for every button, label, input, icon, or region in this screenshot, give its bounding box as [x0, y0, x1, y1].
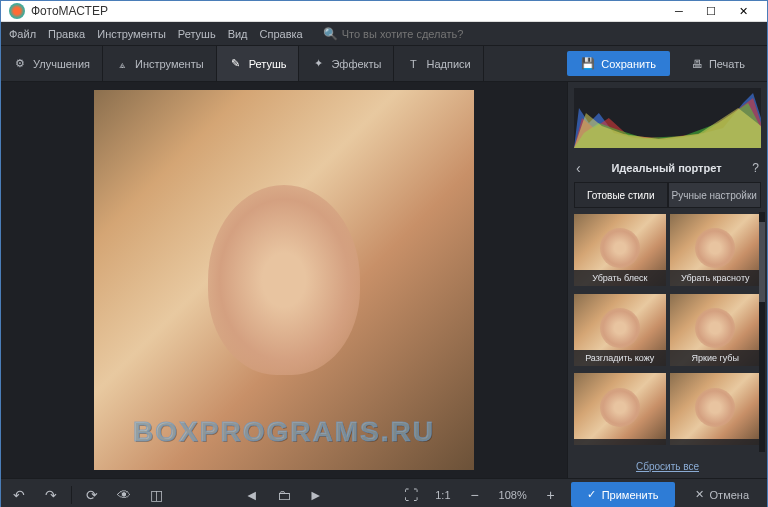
menu-retouch[interactable]: Ретушь — [178, 28, 216, 40]
side-panel: ‹ Идеальный портрет ? Готовые стили Ручн… — [567, 82, 767, 478]
canvas-area[interactable]: BOXPROGRAMS.RU — [1, 82, 567, 478]
menubar: Файл Правка Инструменты Ретушь Вид Справ… — [1, 22, 767, 46]
tab-enhance[interactable]: ⚙Улучшения — [1, 46, 103, 81]
menu-file[interactable]: Файл — [9, 28, 36, 40]
menu-edit[interactable]: Правка — [48, 28, 85, 40]
text-icon: T — [406, 57, 420, 71]
tab-tools[interactable]: ⟁Инструменты — [103, 46, 217, 81]
histogram — [574, 88, 761, 148]
subtab-manual[interactable]: Ручные настройки — [668, 182, 762, 208]
preset-item-6[interactable] — [670, 373, 762, 445]
prev-button[interactable]: ◄ — [240, 483, 264, 507]
menu-tools[interactable]: Инструменты — [97, 28, 166, 40]
sliders-icon: ⚙ — [13, 57, 27, 71]
app-icon — [9, 3, 25, 19]
brush-icon: ✎ — [229, 57, 243, 71]
window-title: ФотоМАСТЕР — [31, 4, 663, 18]
ratio-label[interactable]: 1:1 — [431, 489, 454, 501]
panel-title: Идеальный портрет — [581, 162, 753, 174]
search-input[interactable] — [342, 28, 482, 40]
scrollbar-thumb[interactable] — [759, 222, 765, 302]
titlebar: ФотоМАСТЕР ─ ☐ ✕ — [1, 1, 767, 22]
preset-bright-lips[interactable]: Яркие губы — [670, 294, 762, 366]
folder-button[interactable]: 🗀 — [272, 483, 296, 507]
print-button[interactable]: 🖶Печать — [678, 52, 759, 76]
tab-text[interactable]: TНадписи — [394, 46, 483, 81]
next-button[interactable]: ► — [304, 483, 328, 507]
zoom-label: 108% — [495, 489, 531, 501]
preset-remove-redness[interactable]: Убрать красноту — [670, 214, 762, 286]
print-icon: 🖶 — [692, 58, 703, 70]
close-button[interactable]: ✕ — [727, 1, 759, 21]
tab-effects[interactable]: ✦Эффекты — [299, 46, 394, 81]
menu-view[interactable]: Вид — [228, 28, 248, 40]
x-icon: ✕ — [695, 488, 704, 501]
check-icon: ✓ — [587, 488, 596, 501]
save-icon: 💾 — [581, 57, 595, 70]
watermark: BOXPROGRAMS.RU — [133, 416, 435, 448]
toolbar: ⚙Улучшения ⟁Инструменты ✎Ретушь ✦Эффекты… — [1, 46, 767, 82]
redo-button[interactable]: ↷ — [39, 483, 63, 507]
split-button[interactable]: ◫ — [144, 483, 168, 507]
fit-button[interactable]: ⛶ — [399, 483, 423, 507]
preset-grid: Убрать блеск Убрать красноту Разгладить … — [568, 208, 767, 455]
minimize-button[interactable]: ─ — [663, 1, 695, 21]
help-button[interactable]: ? — [752, 161, 759, 175]
rotate-button[interactable]: ⟳ — [80, 483, 104, 507]
tab-retouch[interactable]: ✎Ретушь — [217, 46, 300, 81]
maximize-button[interactable]: ☐ — [695, 1, 727, 21]
undo-button[interactable]: ↶ — [7, 483, 31, 507]
compare-button[interactable]: 👁 — [112, 483, 136, 507]
reset-link[interactable]: Сбросить все — [568, 455, 767, 478]
zoom-in-button[interactable]: + — [539, 483, 563, 507]
apply-button[interactable]: ✓Применить — [571, 482, 675, 507]
photo-preview — [94, 90, 474, 470]
bottombar: ↶ ↷ ⟳ 👁 ◫ ◄ 🗀 ► ⛶ 1:1 − 108% + ✓Применит… — [1, 478, 767, 507]
preset-remove-shine[interactable]: Убрать блеск — [574, 214, 666, 286]
save-button[interactable]: 💾Сохранить — [567, 51, 670, 76]
crop-icon: ⟁ — [115, 57, 129, 71]
scrollbar[interactable] — [759, 212, 765, 452]
sparkle-icon: ✦ — [311, 57, 325, 71]
cancel-button[interactable]: ✕Отмена — [683, 482, 761, 507]
preset-item-5[interactable] — [574, 373, 666, 445]
zoom-out-button[interactable]: − — [463, 483, 487, 507]
menu-help[interactable]: Справка — [260, 28, 303, 40]
search-icon: 🔍 — [323, 27, 338, 41]
preset-smooth-skin[interactable]: Разгладить кожу — [574, 294, 666, 366]
subtab-styles[interactable]: Готовые стили — [574, 182, 668, 208]
